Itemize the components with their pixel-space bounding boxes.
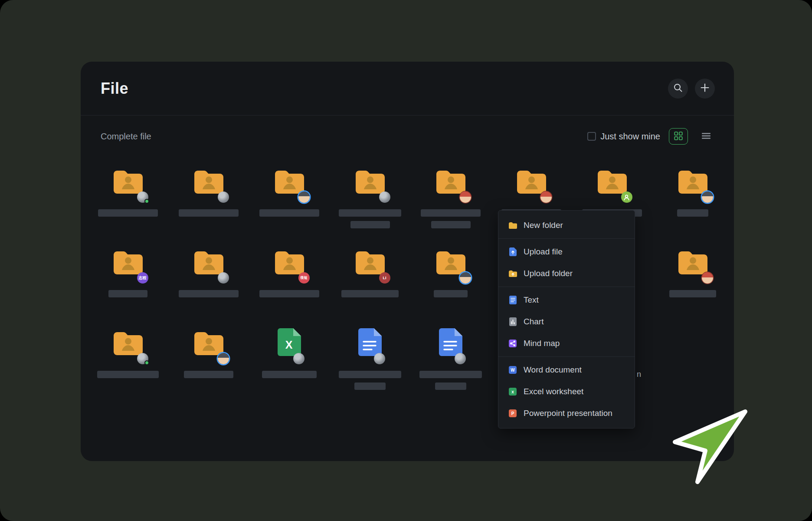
desktop-background: File Complete file Just sh	[0, 0, 812, 521]
folder-item[interactable]: 志程	[88, 247, 168, 328]
svg-text:P: P	[511, 411, 514, 416]
word-icon: W	[508, 366, 517, 374]
page-title: File	[101, 79, 128, 98]
file-name-placeholder	[97, 371, 159, 378]
owner-avatar-darkred: LI	[379, 272, 390, 284]
menu-item-label: Mind map	[524, 339, 560, 348]
list-view-button[interactable]	[697, 128, 716, 145]
name-redaction-bar	[98, 209, 158, 217]
owner-avatar-boy	[298, 191, 310, 203]
menu-item-label: Excel worksheet	[524, 387, 583, 396]
folder-item[interactable]: 很短	[249, 247, 330, 328]
menu-item-label: Powerpoint presentation	[524, 409, 612, 418]
menu-item-ppt[interactable]: P Powerpoint presentation	[498, 402, 635, 424]
folder-item[interactable]	[168, 247, 249, 328]
name-redaction-bar	[184, 371, 233, 378]
svg-text:x: x	[511, 389, 514, 394]
file-item[interactable]	[410, 328, 491, 409]
menu-item-mind-map[interactable]: Mind map	[498, 333, 635, 354]
folder-item[interactable]	[330, 167, 410, 247]
file-item[interactable]	[330, 328, 410, 409]
plus-icon	[700, 83, 710, 94]
folder-item[interactable]	[652, 247, 733, 328]
cursor-pointer	[671, 408, 750, 487]
menu-item-new-folder[interactable]: New folder	[498, 214, 635, 236]
folder-item[interactable]	[168, 328, 249, 409]
file-name-placeholder	[421, 209, 481, 228]
folder-item[interactable]	[88, 328, 168, 409]
file-icon	[434, 167, 468, 199]
name-redaction-bar	[354, 383, 386, 390]
file-name-placeholder	[341, 290, 399, 297]
folder-item[interactable]	[88, 167, 168, 247]
owner-avatar-boy	[460, 272, 471, 284]
search-button[interactable]	[668, 79, 688, 99]
file-name-placeholder	[108, 290, 147, 297]
file-item[interactable]: X	[249, 328, 330, 409]
file-icon	[676, 247, 710, 280]
folder-item[interactable]	[410, 247, 491, 328]
file-icon	[111, 328, 145, 360]
name-redaction-bar	[435, 383, 466, 390]
owner-avatar-cat	[379, 191, 390, 203]
owner-avatar-purple: 志程	[137, 272, 148, 284]
svg-text:X: X	[285, 339, 293, 351]
owner-avatar-girl	[460, 191, 471, 203]
just-show-mine-checkbox[interactable]	[587, 132, 596, 141]
menu-item-label: Chart	[524, 317, 544, 326]
menu-item-upload-file[interactable]: Upload file	[498, 241, 635, 263]
name-redaction-bar	[669, 290, 716, 297]
menu-item-label: Upload file	[524, 247, 563, 257]
menu-item-upload-folder[interactable]: Upload folder	[498, 263, 635, 284]
name-redaction-bar	[419, 371, 482, 378]
file-type-icon	[434, 247, 468, 276]
menu-item-text[interactable]: Text	[498, 289, 635, 311]
menu-item-excel[interactable]: x Excel worksheet	[498, 381, 635, 402]
folder-item[interactable]	[410, 167, 491, 247]
file-name-placeholder	[339, 209, 401, 228]
chart-icon	[508, 317, 517, 326]
owner-avatar-cat	[374, 353, 385, 364]
menu-item-word[interactable]: W Word document	[498, 359, 635, 381]
ppt-icon: P	[508, 409, 517, 417]
name-redaction-bar	[339, 209, 401, 217]
name-redaction-bar	[259, 290, 319, 297]
file-upload-icon	[508, 247, 517, 256]
folder-item[interactable]: LI	[330, 247, 410, 328]
file-manager-window: File Complete file Just sh	[81, 62, 734, 461]
search-icon	[673, 83, 683, 94]
file-icon	[676, 167, 710, 199]
name-redaction-bar	[339, 371, 401, 378]
file-icon	[354, 167, 387, 199]
add-button[interactable]	[695, 79, 715, 99]
file-type-icon	[273, 167, 306, 195]
toolbar: Complete file Just show mine	[81, 115, 734, 157]
name-redaction-bar	[677, 209, 708, 217]
folder-item[interactable]	[249, 167, 330, 247]
file-name-placeholder	[179, 290, 239, 297]
filter-label: Just show mine	[600, 132, 660, 142]
text-icon	[508, 296, 517, 304]
file-type-icon	[192, 247, 226, 276]
folder-item[interactable]	[168, 167, 249, 247]
grid-view-button[interactable]	[669, 128, 688, 145]
partial-filename: n	[637, 370, 641, 379]
owner-avatar-cat	[293, 353, 304, 364]
file-icon	[192, 167, 226, 199]
name-redaction-bar	[108, 290, 147, 297]
file-icon	[192, 247, 226, 280]
folder-item[interactable]	[652, 167, 733, 247]
name-redaction-bar	[97, 371, 159, 378]
just-show-mine-filter[interactable]: Just show mine	[587, 132, 660, 142]
owner-avatar-cat	[218, 191, 229, 203]
owner-avatar-boy	[702, 191, 713, 203]
menu-item-label: Word document	[524, 365, 582, 375]
name-redaction-bar	[259, 209, 319, 217]
excel-icon: x	[508, 388, 517, 396]
file-type-icon	[676, 247, 710, 276]
menu-item-chart[interactable]: Chart	[498, 311, 635, 333]
file-icon	[192, 328, 226, 360]
file-type-icon	[676, 167, 710, 195]
name-redaction-bar	[434, 290, 468, 297]
svg-text:W: W	[511, 368, 515, 373]
